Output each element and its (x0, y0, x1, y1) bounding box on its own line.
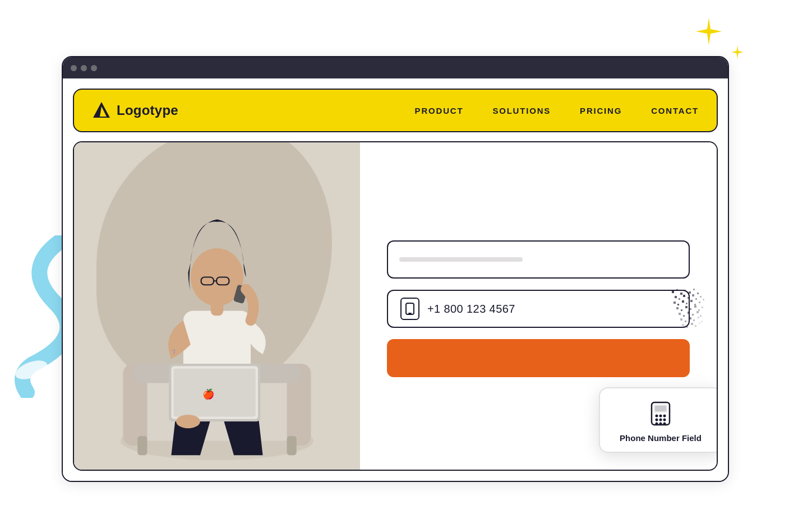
svg-rect-49 (690, 308, 691, 310)
svg-rect-59 (680, 318, 682, 321)
phone-icon (400, 298, 419, 320)
nav-link-pricing[interactable]: PRICING (580, 106, 622, 115)
svg-rect-18 (174, 369, 256, 417)
phone-number-display: +1 800 123 4567 (427, 303, 515, 316)
svg-point-74 (663, 415, 666, 418)
nav-links: PRODUCT SOLUTIONS PRICING CONTACT (415, 106, 699, 115)
logo-text: Logotype (117, 103, 178, 118)
svg-rect-33 (683, 295, 685, 297)
nav-link-solutions[interactable]: SOLUTIONS (492, 106, 551, 115)
svg-rect-27 (684, 290, 686, 291)
svg-rect-62 (693, 319, 695, 321)
svg-rect-30 (697, 293, 699, 294)
svg-rect-65 (682, 324, 684, 326)
svg-rect-52 (702, 307, 703, 308)
svg-point-80 (663, 423, 666, 425)
pixel-disintegration-effect (616, 288, 705, 333)
svg-rect-48 (685, 306, 688, 308)
svg-point-76 (659, 419, 662, 421)
svg-rect-42 (690, 300, 693, 302)
svg-rect-68 (695, 325, 696, 327)
svg-rect-31 (675, 296, 677, 298)
svg-rect-36 (695, 298, 697, 300)
svg-rect-29 (693, 289, 695, 290)
svg-rect-39 (677, 304, 679, 305)
svg-rect-43 (694, 304, 696, 305)
svg-rect-34 (688, 297, 689, 299)
svg-rect-50 (694, 305, 696, 308)
submit-button[interactable] (387, 339, 690, 377)
browser-dot-3 (91, 65, 97, 71)
svg-rect-38 (673, 302, 676, 304)
tooltip-label: Phone Number Field (620, 433, 702, 443)
deco-star-small-icon (730, 45, 746, 61)
svg-rect-63 (698, 317, 699, 318)
svg-rect-81 (655, 406, 666, 411)
svg-rect-58 (700, 315, 702, 317)
svg-rect-46 (676, 307, 679, 309)
svg-rect-55 (688, 312, 690, 314)
photo-side: 🍎 (74, 142, 360, 470)
svg-rect-57 (696, 311, 699, 313)
svg-rect-44 (699, 302, 700, 303)
svg-rect-51 (698, 309, 700, 311)
svg-point-77 (663, 419, 666, 421)
tooltip-card: Phone Number Field (599, 387, 718, 453)
svg-rect-28 (689, 291, 691, 294)
svg-rect-45 (703, 299, 704, 300)
svg-rect-24 (672, 291, 674, 293)
svg-rect-41 (686, 303, 688, 304)
svg-rect-26 (680, 293, 682, 295)
nav-link-product[interactable]: PRODUCT (415, 106, 464, 115)
svg-rect-47 (681, 309, 682, 311)
svg-point-75 (656, 419, 658, 421)
svg-rect-60 (685, 321, 686, 322)
svg-point-73 (659, 415, 662, 418)
svg-rect-56 (692, 314, 694, 316)
logo-icon (92, 101, 111, 120)
main-content: 🍎 (73, 141, 718, 471)
browser-dot-1 (71, 65, 77, 71)
navbar: Logotype PRODUCT SOLUTIONS PRICING CONTA… (73, 89, 718, 132)
svg-point-78 (656, 423, 658, 425)
svg-rect-53 (679, 313, 681, 315)
svg-rect-66 (686, 326, 688, 328)
svg-rect-64 (701, 321, 703, 322)
svg-rect-37 (700, 296, 702, 298)
svg-rect-25 (676, 289, 678, 291)
browser-body: Logotype PRODUCT SOLUTIONS PRICING CONTA… (63, 78, 728, 481)
logo-area: Logotype (92, 101, 178, 120)
svg-rect-35 (692, 294, 694, 296)
svg-text:🍎: 🍎 (202, 388, 215, 400)
browser-title-bar (63, 57, 728, 78)
person-illustration: 🍎 (74, 142, 360, 470)
name-field-wrapper (387, 240, 690, 279)
browser-dot-2 (81, 65, 87, 71)
svg-rect-32 (679, 298, 680, 300)
name-input[interactable] (387, 240, 690, 279)
form-side: +1 800 123 4567 (360, 142, 717, 470)
nav-link-contact[interactable]: CONTACT (651, 106, 699, 115)
svg-rect-54 (683, 315, 685, 317)
svg-rect-40 (682, 300, 684, 303)
phone-field-wrapper[interactable]: +1 800 123 4567 (387, 290, 690, 328)
svg-rect-9 (287, 436, 297, 455)
svg-point-79 (659, 423, 662, 425)
svg-point-20 (176, 415, 200, 428)
svg-rect-69 (699, 322, 700, 324)
deco-star-large-icon (694, 17, 722, 45)
browser-window: Logotype PRODUCT SOLUTIONS PRICING CONTA… (62, 56, 729, 482)
svg-rect-61 (689, 317, 691, 319)
svg-rect-8 (137, 436, 147, 455)
svg-point-72 (656, 415, 658, 418)
tooltip-phone-icon (647, 400, 675, 428)
svg-rect-67 (691, 323, 693, 325)
svg-rect-23 (408, 313, 412, 314)
